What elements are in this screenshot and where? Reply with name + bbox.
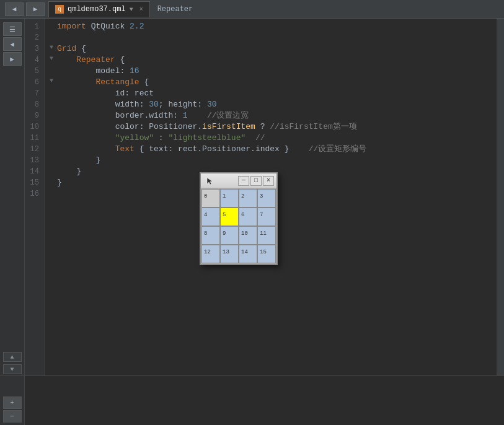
preview-window[interactable]: ─ □ × 0 1 2 3 4 5 6 7 8 9 10 11 <box>200 172 278 265</box>
fold-icon-1[interactable] <box>47 21 56 30</box>
tab-close-button[interactable]: × <box>139 6 143 13</box>
grid-cell-1: 1 <box>220 189 239 208</box>
fold-icon-6[interactable]: ▼ <box>47 77 56 85</box>
grid-cell-14: 14 <box>239 245 257 263</box>
grid-cell-0: 0 <box>201 189 220 208</box>
cursor-icon <box>206 177 214 185</box>
grid-cell-15: 15 <box>257 245 276 263</box>
line-numbers: 1 2 3 4 5 6 7 8 9 10 11 12 13 14 15 16 <box>25 19 45 375</box>
repeater-tab-label: Repeater <box>157 5 193 14</box>
right-scrollbar[interactable] <box>497 19 504 375</box>
preview-titlebar: ─ □ × <box>201 173 276 188</box>
title-bar: ◀ ▶ q qmldemo37.qml ▼ × Repeater <box>0 0 504 19</box>
code-content[interactable]: import QtQuick 2.2 ▼ Grid { ▼ Repeater {… <box>45 19 497 375</box>
code-line-8: width: 30; height: 30 <box>45 99 497 110</box>
grid-cell-7: 7 <box>257 208 276 226</box>
grid-cell-3: 3 <box>257 189 276 208</box>
fold-icon-4[interactable]: ▼ <box>47 55 56 63</box>
code-line-10: color: Positioner.isFirstItem ? //isFirs… <box>45 121 497 133</box>
code-line-5: model: 16 <box>45 66 497 77</box>
gutter-nav-right[interactable]: ▶ <box>3 52 22 66</box>
code-area: 1 2 3 4 5 6 7 8 9 10 11 12 13 14 15 16 i… <box>25 19 504 375</box>
code-line-2 <box>45 32 497 43</box>
grid-cell-13: 13 <box>220 245 239 263</box>
grid-cell-12: 12 <box>201 245 220 263</box>
bottom-minus-btn[interactable]: ─ <box>3 410 22 423</box>
code-line-13: } <box>45 155 497 166</box>
grid-cell-10: 10 <box>239 226 257 245</box>
preview-close-btn[interactable]: × <box>263 176 274 186</box>
code-line-4: ▼ Repeater { <box>45 55 497 66</box>
grid-cell-6: 6 <box>239 208 257 226</box>
bottom-left-gutter: + ─ <box>0 376 25 425</box>
gutter-btn-1[interactable]: ☰ <box>3 22 22 36</box>
fold-icon-3[interactable]: ▼ <box>47 43 56 52</box>
tab-filename: qmldemo37.qml <box>68 5 126 14</box>
code-line-1: import QtQuick 2.2 <box>45 21 497 32</box>
grid-cell-2: 2 <box>239 189 257 208</box>
repeater-tab[interactable]: Repeater <box>150 1 201 17</box>
gutter-nav-left[interactable]: ◀ <box>3 37 22 51</box>
active-tab[interactable]: q qmldemo37.qml ▼ × <box>48 1 150 17</box>
grid-cell-4: 4 <box>201 208 220 226</box>
code-line-9: border.width: 1 //设置边宽 <box>45 110 497 121</box>
code-line-7: id: rect <box>45 88 497 99</box>
code-line-6: ▼ Rectangle { <box>45 77 497 88</box>
preview-maximize-btn[interactable]: □ <box>250 176 262 186</box>
left-gutter: ☰ ◀ ▶ ▲ ▼ <box>0 19 25 375</box>
preview-minimize-btn[interactable]: ─ <box>238 176 249 186</box>
code-line-3: ▼ Grid { <box>45 43 497 55</box>
svg-marker-0 <box>207 178 213 185</box>
nav-back-button[interactable]: ◀ <box>5 2 24 16</box>
scroll-up-btn[interactable]: ▲ <box>3 352 22 362</box>
nav-buttons: ◀ ▶ <box>5 2 45 16</box>
grid-container: 0 1 2 3 4 5 6 7 8 9 10 11 12 13 14 15 <box>201 188 276 264</box>
bottom-add-btn[interactable]: + <box>3 397 22 409</box>
tab-dropdown-icon[interactable]: ▼ <box>130 6 133 13</box>
code-line-12: Text { text: rect.Positioner.index } //设… <box>45 144 497 155</box>
code-line-11: "yellow" : "lightsteelblue" // <box>45 133 497 144</box>
scroll-down-btn[interactable]: ▼ <box>3 364 22 374</box>
bottom-content <box>25 376 504 425</box>
grid-cell-5: 5 <box>220 208 239 226</box>
main-layout: ☰ ◀ ▶ ▲ ▼ 1 2 3 4 5 6 7 8 9 10 11 12 13 … <box>0 19 504 375</box>
tab-file-icon: q <box>55 5 64 14</box>
grid-cell-11: 11 <box>257 226 276 245</box>
tab-area: q qmldemo37.qml ▼ × Repeater <box>48 1 499 17</box>
bottom-panel: + ─ <box>0 375 504 425</box>
grid-cell-8: 8 <box>201 226 220 245</box>
nav-forward-button[interactable]: ▶ <box>26 2 45 16</box>
grid-cell-9: 9 <box>220 226 239 245</box>
